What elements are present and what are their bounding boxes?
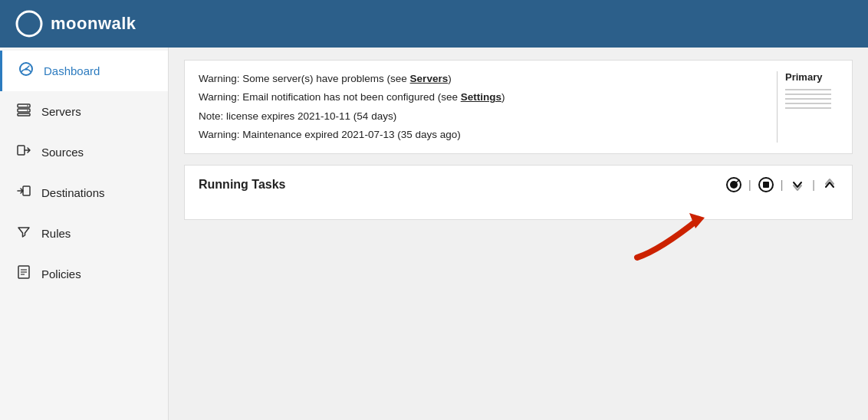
- sidebar-label-servers: Servers: [41, 105, 81, 118]
- svg-point-7: [27, 110, 28, 111]
- separator-1: |: [747, 179, 753, 191]
- separator-3: |: [810, 179, 817, 191]
- dashboard-icon: [18, 61, 35, 80]
- sidebar-rule-3: [785, 98, 831, 100]
- tasks-title: Running Tasks: [199, 178, 286, 192]
- svg-rect-9: [23, 186, 30, 195]
- sidebar-rule-1: [785, 89, 831, 90]
- sidebar-item-dashboard[interactable]: Dashboard: [0, 51, 168, 91]
- policies-icon: [15, 264, 32, 284]
- main-layout: Dashboard Servers: [0, 48, 868, 420]
- notice-line-4: Warning: Maintenance expired 2021-07-13 …: [199, 127, 768, 143]
- notices-sidebar-lines: [785, 89, 838, 109]
- servers-icon: [15, 102, 32, 121]
- sidebar-item-servers[interactable]: Servers: [0, 91, 168, 132]
- destinations-icon: [15, 183, 32, 202]
- running-tasks-panel: Running Tasks |: [184, 165, 853, 220]
- svg-rect-17: [763, 182, 769, 188]
- svg-rect-5: [18, 113, 30, 116]
- main-content: Warning: Some server(s) have problems (s…: [169, 48, 868, 420]
- notice-line-1: Warning: Some server(s) have problems (s…: [199, 71, 768, 87]
- sidebar: Dashboard Servers: [0, 48, 169, 420]
- notice-line-2: Warning: Email notification has not been…: [199, 90, 768, 105]
- svg-point-0: [17, 11, 41, 36]
- annotation-arrow: [591, 204, 745, 265]
- sidebar-label-sources: Sources: [41, 146, 84, 159]
- sidebar-rule-2: [785, 94, 831, 95]
- sidebar-item-policies[interactable]: Policies: [0, 254, 168, 294]
- notices-sidebar-label: Primary: [785, 71, 838, 83]
- stop-button[interactable]: [758, 176, 774, 193]
- record-button[interactable]: [725, 176, 742, 193]
- sidebar-item-sources[interactable]: Sources: [0, 132, 168, 172]
- sidebar-label-policies: Policies: [41, 267, 81, 281]
- sidebar-rule-4: [785, 103, 831, 104]
- separator-2: |: [779, 179, 785, 191]
- svg-rect-8: [18, 146, 25, 155]
- sidebar-label-destinations: Destinations: [41, 186, 105, 199]
- sidebar-label-dashboard: Dashboard: [44, 64, 100, 77]
- logo-area: moonwalk: [15, 10, 136, 38]
- tasks-controls: | |: [725, 176, 838, 193]
- logo-icon: [15, 10, 43, 38]
- svg-point-6: [27, 105, 28, 107]
- tasks-header: Running Tasks |: [199, 176, 838, 193]
- sources-icon: [15, 143, 32, 162]
- rules-icon: [15, 224, 32, 243]
- sidebar-label-rules: Rules: [41, 227, 71, 240]
- sidebar-item-destinations[interactable]: Destinations: [0, 172, 168, 213]
- sidebar-rule-5: [785, 107, 831, 109]
- notice-line-3: Note: license expires 2021-10-11 (54 day…: [199, 109, 768, 124]
- collapse-up-button[interactable]: [821, 176, 838, 193]
- app-header: moonwalk: [0, 0, 868, 48]
- notices-sidebar-col: Primary: [777, 71, 838, 143]
- notices-messages: Warning: Some server(s) have problems (s…: [199, 71, 768, 143]
- app-name: moonwalk: [51, 14, 136, 34]
- expand-down-button[interactable]: [789, 176, 806, 193]
- sidebar-item-rules[interactable]: Rules: [0, 213, 168, 254]
- notices-panel: Warning: Some server(s) have problems (s…: [184, 60, 853, 154]
